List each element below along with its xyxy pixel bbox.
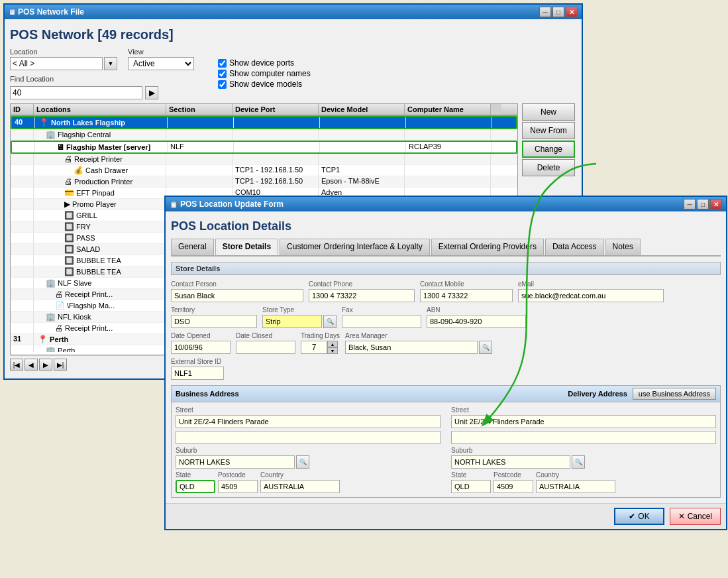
view-select[interactable]: Active All: [128, 57, 194, 70]
view-filter: View Active All: [128, 48, 194, 70]
external-store-id-row: External Store ID: [171, 358, 721, 380]
date-opened-input[interactable]: [171, 341, 231, 354]
delete-button[interactable]: Delete: [522, 159, 575, 176]
dialog-title: POS Location Update Form: [180, 200, 284, 209]
close-button[interactable]: ✕: [566, 7, 578, 17]
contact-person-group: Contact Person: [171, 280, 303, 302]
spinbox-up-button[interactable]: ▲: [327, 341, 338, 347]
contact-phone-input[interactable]: [309, 289, 415, 302]
table-row[interactable]: 🏢 Flagship Central: [11, 129, 517, 141]
del-postcode-input[interactable]: [494, 480, 533, 493]
tab-customer-ordering[interactable]: Customer Ordering Interface & Loyalty: [280, 239, 430, 255]
business-address-title: Business Address: [176, 390, 239, 398]
show-device-models-checkbox[interactable]: Show device models: [218, 80, 311, 89]
delivery-address-col: Street Suburb 🔍: [451, 406, 716, 493]
new-from-button[interactable]: New From: [522, 122, 575, 139]
del-suburb-search-button[interactable]: 🔍: [572, 455, 585, 469]
find-location-label: Find Location: [10, 75, 54, 83]
external-store-id-input[interactable]: [171, 367, 224, 380]
dialog-titlebar-controls: ─ □ ✕: [684, 199, 722, 209]
header-device-port: Device Port: [233, 104, 319, 115]
biz-state-row: State Postcode Country: [176, 471, 441, 493]
nav-first-button[interactable]: |◀: [10, 359, 23, 371]
area-manager-input[interactable]: [345, 341, 478, 354]
tab-general[interactable]: General: [171, 239, 214, 255]
del-country-group: Country: [536, 471, 615, 493]
del-suburb-input[interactable]: [451, 455, 570, 469]
biz-postcode-group: Postcode: [218, 471, 258, 493]
store-type-label: Store Type: [262, 306, 337, 314]
find-button[interactable]: ▶: [145, 86, 158, 99]
header-device-model: Device Model: [319, 104, 405, 115]
location-search-button[interactable]: ▼: [104, 57, 117, 70]
contact-person-input[interactable]: [171, 289, 303, 302]
date-opened-group: Date Opened: [171, 332, 231, 354]
dates-row: Date Opened Date Closed Trading Days ▲ ▼: [171, 332, 721, 354]
fax-input[interactable]: [342, 315, 421, 328]
del-postcode-label: Postcode: [494, 471, 533, 479]
show-computer-names-checkbox[interactable]: Show computer names: [218, 69, 311, 78]
app-title: POS Network [49 records]: [10, 25, 576, 48]
del-street1-input[interactable]: [451, 415, 716, 428]
ok-button[interactable]: ✔ OK: [614, 508, 664, 525]
header-locations: Locations: [34, 104, 166, 115]
biz-country-input[interactable]: [260, 480, 340, 493]
biz-street1-input[interactable]: [176, 415, 441, 428]
biz-suburb-input[interactable]: [176, 455, 295, 469]
show-device-ports-label: Show device ports: [229, 58, 294, 68]
area-manager-search-button[interactable]: 🔍: [479, 341, 492, 354]
table-row[interactable]: 🖥 Flagship Master [server] NLF RCLAP39: [11, 141, 517, 154]
location-input[interactable]: [10, 57, 103, 70]
del-street2-input[interactable]: [451, 431, 716, 444]
new-button[interactable]: New: [522, 103, 575, 121]
nav-last-button[interactable]: ▶|: [54, 359, 67, 371]
nav-prev-button[interactable]: ◀: [25, 359, 38, 371]
cancel-button[interactable]: ✕ Cancel: [670, 508, 721, 525]
date-closed-label: Date Closed: [236, 332, 295, 339]
header-id: ID: [11, 104, 34, 115]
date-closed-input[interactable]: [236, 341, 295, 354]
biz-suburb-search-button[interactable]: 🔍: [296, 455, 309, 469]
dialog-content: POS Location Details General Store Detai…: [166, 211, 726, 503]
territory-input[interactable]: [171, 315, 257, 328]
spinbox-down-button[interactable]: ▼: [327, 347, 338, 354]
contact-person-label: Contact Person: [171, 280, 303, 288]
date-closed-group: Date Closed: [236, 332, 295, 354]
fax-label: Fax: [342, 306, 421, 314]
email-input[interactable]: [518, 289, 664, 302]
tab-data-access[interactable]: Data Access: [545, 239, 604, 255]
biz-street2-input[interactable]: [176, 431, 441, 444]
abn-input[interactable]: [427, 315, 526, 328]
territory-group: Territory: [171, 306, 257, 328]
show-device-ports-checkbox[interactable]: Show device ports: [218, 58, 311, 68]
biz-state-input[interactable]: [176, 480, 215, 493]
dialog-minimize-button[interactable]: ─: [684, 199, 696, 209]
view-label: View: [128, 48, 194, 56]
find-input[interactable]: [10, 86, 142, 99]
use-business-address-button[interactable]: use Business Address: [633, 388, 716, 400]
biz-country-label: Country: [260, 471, 340, 479]
store-type-search-button[interactable]: 🔍: [323, 315, 337, 328]
trading-days-input[interactable]: [301, 341, 327, 354]
change-button[interactable]: Change: [522, 141, 575, 158]
tab-external-ordering[interactable]: External Ordering Providers: [431, 239, 544, 255]
dialog-maximize-button[interactable]: □: [697, 199, 709, 209]
biz-postcode-input[interactable]: [218, 480, 258, 493]
maximize-button[interactable]: □: [552, 7, 564, 17]
tab-store-details[interactable]: Store Details: [215, 239, 278, 255]
table-row[interactable]: 🖨 Receipt Printer: [11, 154, 517, 165]
nav-next-button[interactable]: ▶: [39, 359, 52, 371]
dialog-close-button[interactable]: ✕: [710, 199, 722, 209]
store-type-input[interactable]: [262, 315, 322, 328]
tab-notes[interactable]: Notes: [605, 239, 641, 255]
spinbox-buttons: ▲ ▼: [327, 341, 338, 354]
minimize-button[interactable]: ─: [539, 7, 551, 17]
del-country-input[interactable]: [536, 480, 615, 493]
table-row[interactable]: 🖨 Production Printer TCP1 - 192.168.1.50…: [11, 176, 517, 188]
table-header: ID Locations Section Device Port Device …: [11, 104, 517, 116]
table-row[interactable]: 40 📍 North Lakes Flagship: [11, 116, 517, 129]
del-state-input[interactable]: [451, 480, 491, 493]
contact-mobile-input[interactable]: [420, 289, 513, 302]
table-row[interactable]: 💰 Cash Drawer TCP1 - 192.168.1.50 TCP1: [11, 165, 517, 176]
main-titlebar: 🖥 POS Network File ─ □ ✕: [5, 5, 582, 19]
